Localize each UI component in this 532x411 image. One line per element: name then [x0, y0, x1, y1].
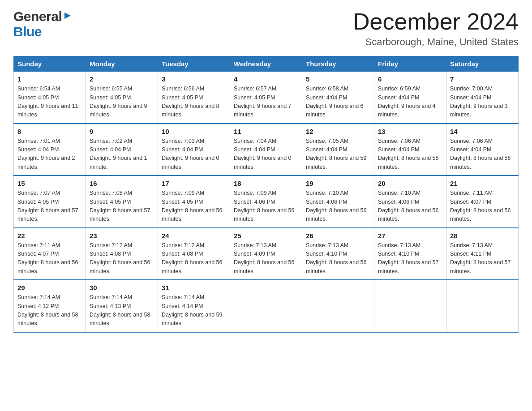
day-number: 18 — [234, 180, 298, 187]
day-number: 4 — [234, 75, 298, 83]
day-number: 17 — [162, 180, 226, 187]
calendar-cell — [446, 280, 519, 332]
calendar-cell: 13Sunrise: 7:06 AMSunset: 4:04 PMDayligh… — [374, 124, 446, 176]
day-number: 7 — [450, 75, 515, 83]
week-row-3: 15Sunrise: 7:07 AMSunset: 4:05 PMDayligh… — [14, 176, 519, 228]
calendar-cell: 14Sunrise: 7:06 AMSunset: 4:04 PMDayligh… — [446, 124, 519, 176]
day-number: 11 — [234, 128, 298, 135]
calendar-cell: 21Sunrise: 7:11 AMSunset: 4:07 PMDayligh… — [446, 176, 519, 228]
col-thursday: Thursday — [302, 56, 374, 72]
day-info: Sunrise: 7:09 AMSunset: 4:06 PMDaylight:… — [234, 189, 298, 224]
day-info: Sunrise: 7:04 AMSunset: 4:04 PMDaylight:… — [234, 137, 298, 172]
day-info: Sunrise: 7:11 AMSunset: 4:07 PMDaylight:… — [450, 189, 515, 224]
day-info: Sunrise: 6:54 AMSunset: 4:05 PMDaylight:… — [17, 85, 82, 120]
logo: General Blue — [13, 9, 73, 39]
calendar-cell — [230, 280, 302, 332]
logo-arrow-icon — [63, 11, 73, 22]
col-sunday: Sunday — [14, 56, 86, 72]
day-info: Sunrise: 7:12 AMSunset: 4:08 PMDaylight:… — [90, 241, 154, 276]
calendar-cell: 17Sunrise: 7:09 AMSunset: 4:05 PMDayligh… — [158, 176, 230, 228]
day-number: 2 — [90, 75, 154, 83]
week-row-1: 1Sunrise: 6:54 AMSunset: 4:05 PMDaylight… — [14, 72, 519, 124]
calendar-cell — [374, 280, 446, 332]
calendar-cell: 7Sunrise: 7:00 AMSunset: 4:04 PMDaylight… — [446, 72, 519, 124]
day-info: Sunrise: 7:13 AMSunset: 4:11 PMDaylight:… — [450, 241, 515, 276]
day-info: Sunrise: 7:13 AMSunset: 4:10 PMDaylight:… — [306, 241, 370, 276]
header-right: December 2024 Scarborough, Maine, United… — [353, 9, 519, 48]
calendar-cell: 3Sunrise: 6:56 AMSunset: 4:05 PMDaylight… — [158, 72, 230, 124]
day-info: Sunrise: 6:55 AMSunset: 4:05 PMDaylight:… — [90, 85, 154, 120]
day-info: Sunrise: 7:03 AMSunset: 4:04 PMDaylight:… — [162, 137, 226, 172]
calendar-cell: 19Sunrise: 7:10 AMSunset: 4:06 PMDayligh… — [302, 176, 374, 228]
day-info: Sunrise: 7:13 AMSunset: 4:09 PMDaylight:… — [234, 241, 298, 276]
day-number: 20 — [378, 180, 442, 187]
calendar-cell: 16Sunrise: 7:08 AMSunset: 4:05 PMDayligh… — [86, 176, 158, 228]
col-friday: Friday — [374, 56, 446, 72]
day-info: Sunrise: 7:01 AMSunset: 4:04 PMDaylight:… — [17, 137, 82, 172]
day-info: Sunrise: 7:07 AMSunset: 4:05 PMDaylight:… — [17, 189, 82, 224]
day-number: 10 — [162, 128, 226, 135]
day-number: 13 — [378, 128, 442, 135]
calendar-cell: 26Sunrise: 7:13 AMSunset: 4:10 PMDayligh… — [302, 228, 374, 280]
calendar-cell: 31Sunrise: 7:14 AMSunset: 4:14 PMDayligh… — [158, 280, 230, 332]
week-row-2: 8Sunrise: 7:01 AMSunset: 4:04 PMDaylight… — [14, 124, 519, 176]
calendar-cell: 5Sunrise: 6:58 AMSunset: 4:04 PMDaylight… — [302, 72, 374, 124]
day-number: 29 — [17, 284, 82, 291]
day-info: Sunrise: 7:00 AMSunset: 4:04 PMDaylight:… — [450, 85, 515, 120]
col-monday: Monday — [86, 56, 158, 72]
col-tuesday: Tuesday — [158, 56, 230, 72]
day-number: 23 — [90, 232, 154, 240]
day-number: 21 — [450, 180, 515, 187]
calendar-cell: 10Sunrise: 7:03 AMSunset: 4:04 PMDayligh… — [158, 124, 230, 176]
day-number: 25 — [234, 232, 298, 240]
day-number: 3 — [162, 75, 226, 83]
week-row-4: 22Sunrise: 7:11 AMSunset: 4:07 PMDayligh… — [14, 228, 519, 280]
calendar-cell: 1Sunrise: 6:54 AMSunset: 4:05 PMDaylight… — [14, 72, 86, 124]
svg-marker-0 — [64, 13, 71, 19]
calendar-cell: 25Sunrise: 7:13 AMSunset: 4:09 PMDayligh… — [230, 228, 302, 280]
calendar-cell — [302, 280, 374, 332]
day-info: Sunrise: 6:57 AMSunset: 4:05 PMDaylight:… — [234, 85, 298, 120]
calendar-cell: 18Sunrise: 7:09 AMSunset: 4:06 PMDayligh… — [230, 176, 302, 228]
day-info: Sunrise: 7:06 AMSunset: 4:04 PMDaylight:… — [378, 137, 442, 172]
day-number: 30 — [90, 284, 154, 291]
logo-blue-text: Blue — [13, 24, 42, 39]
day-info: Sunrise: 7:08 AMSunset: 4:05 PMDaylight:… — [90, 189, 154, 224]
calendar-cell: 28Sunrise: 7:13 AMSunset: 4:11 PMDayligh… — [446, 228, 519, 280]
day-info: Sunrise: 7:05 AMSunset: 4:04 PMDaylight:… — [306, 137, 370, 172]
day-info: Sunrise: 7:14 AMSunset: 4:14 PMDaylight:… — [162, 293, 226, 328]
calendar-cell: 29Sunrise: 7:14 AMSunset: 4:12 PMDayligh… — [14, 280, 86, 332]
calendar-table: Sunday Monday Tuesday Wednesday Thursday… — [13, 56, 519, 333]
day-info: Sunrise: 6:58 AMSunset: 4:04 PMDaylight:… — [306, 85, 370, 120]
day-number: 28 — [450, 232, 515, 240]
day-info: Sunrise: 7:10 AMSunset: 4:06 PMDaylight:… — [306, 189, 370, 224]
day-number: 24 — [162, 232, 226, 240]
day-number: 31 — [162, 284, 226, 291]
day-info: Sunrise: 7:09 AMSunset: 4:05 PMDaylight:… — [162, 189, 226, 224]
calendar-cell: 9Sunrise: 7:02 AMSunset: 4:04 PMDaylight… — [86, 124, 158, 176]
calendar-cell: 20Sunrise: 7:10 AMSunset: 4:06 PMDayligh… — [374, 176, 446, 228]
logo-general-text: General — [13, 9, 62, 24]
day-number: 22 — [17, 232, 82, 240]
day-number: 26 — [306, 232, 370, 240]
calendar-cell: 2Sunrise: 6:55 AMSunset: 4:05 PMDaylight… — [86, 72, 158, 124]
day-number: 14 — [450, 128, 515, 135]
page-header: General Blue December 2024 Scarborough, … — [13, 9, 519, 48]
day-number: 6 — [378, 75, 442, 83]
day-info: Sunrise: 7:13 AMSunset: 4:10 PMDaylight:… — [378, 241, 442, 276]
calendar-cell: 24Sunrise: 7:12 AMSunset: 4:08 PMDayligh… — [158, 228, 230, 280]
day-number: 5 — [306, 75, 370, 83]
day-number: 12 — [306, 128, 370, 135]
day-info: Sunrise: 7:12 AMSunset: 4:08 PMDaylight:… — [162, 241, 226, 276]
day-number: 27 — [378, 232, 442, 240]
calendar-cell: 4Sunrise: 6:57 AMSunset: 4:05 PMDaylight… — [230, 72, 302, 124]
day-info: Sunrise: 7:14 AMSunset: 4:13 PMDaylight:… — [90, 293, 154, 328]
day-number: 9 — [90, 128, 154, 135]
calendar-cell: 27Sunrise: 7:13 AMSunset: 4:10 PMDayligh… — [374, 228, 446, 280]
day-info: Sunrise: 6:59 AMSunset: 4:04 PMDaylight:… — [378, 85, 442, 120]
col-wednesday: Wednesday — [230, 56, 302, 72]
week-row-5: 29Sunrise: 7:14 AMSunset: 4:12 PMDayligh… — [14, 280, 519, 332]
calendar-header-row: Sunday Monday Tuesday Wednesday Thursday… — [14, 56, 519, 72]
day-info: Sunrise: 6:56 AMSunset: 4:05 PMDaylight:… — [162, 85, 226, 120]
day-info: Sunrise: 7:06 AMSunset: 4:04 PMDaylight:… — [450, 137, 515, 172]
